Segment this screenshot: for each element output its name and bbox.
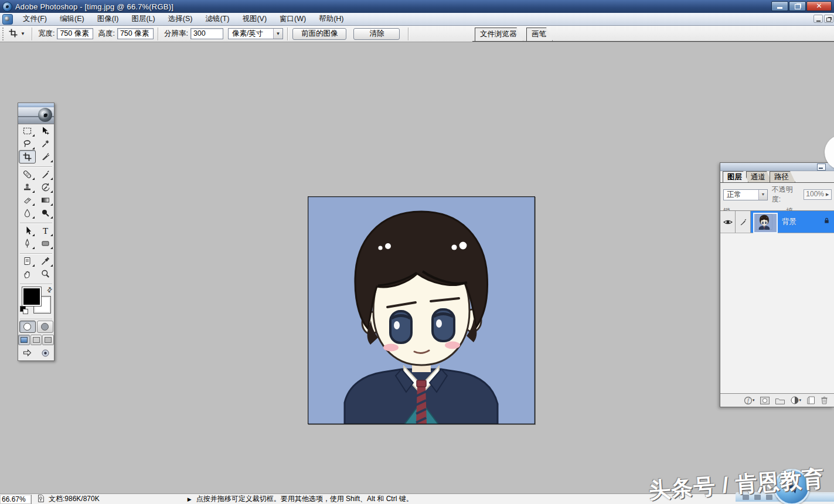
dodge-tool[interactable] <box>37 206 54 220</box>
standard-screen-mode-button[interactable] <box>18 335 30 345</box>
standard-mode-button[interactable] <box>19 321 36 333</box>
type-tool[interactable]: T <box>37 224 54 237</box>
zoom-level-input[interactable]: 66.67% <box>0 495 32 504</box>
menu-file[interactable]: 文件(F) <box>16 12 53 26</box>
notes-tool[interactable] <box>19 254 36 268</box>
combo-arrow-icon: ▼ <box>273 29 282 39</box>
tab-channels[interactable]: 通道 <box>746 171 772 182</box>
svg-text:T: T <box>42 226 47 235</box>
menu-image[interactable]: 图像(I) <box>91 12 125 26</box>
foreground-color-swatch[interactable] <box>22 287 41 306</box>
eraser-tool[interactable] <box>19 193 36 207</box>
restore-button[interactable] <box>789 1 806 11</box>
path-selection-tool[interactable] <box>19 224 36 237</box>
blend-mode-select[interactable]: 正常 ▼ <box>723 189 768 200</box>
imageready-icon <box>37 346 54 360</box>
add-mask-button[interactable] <box>760 397 770 404</box>
swap-colors-icon[interactable]: ⇄ <box>45 285 55 295</box>
eyedropper-tool[interactable] <box>37 254 54 268</box>
new-group-button[interactable] <box>775 397 785 404</box>
default-colors-icon[interactable] <box>20 306 28 314</box>
move-tool[interactable] <box>37 124 54 138</box>
opacity-input[interactable]: 100% ▶ <box>804 189 832 200</box>
layer-lock-badge-icon <box>823 211 834 233</box>
crop-tool-icon[interactable] <box>8 28 18 40</box>
menu-view[interactable]: 视图(V) <box>236 12 273 26</box>
layer-row-background[interactable]: 背景 <box>720 211 834 233</box>
palette-well: 文件浏览器 画笔 <box>472 28 834 42</box>
shape-tool[interactable] <box>37 237 54 250</box>
toolbox: T <box>18 103 55 361</box>
history-brush-tool[interactable] <box>37 181 54 194</box>
menu-edit[interactable]: 编辑(E) <box>53 12 91 26</box>
pen-tool[interactable] <box>19 237 36 250</box>
rectangular-marquee-tool[interactable] <box>19 124 36 138</box>
resolution-unit-select[interactable]: 像素/英寸 ▼ <box>228 28 283 39</box>
hand-tool[interactable] <box>19 267 36 281</box>
healing-brush-tool[interactable] <box>19 168 36 181</box>
options-grip[interactable] <box>2 27 5 41</box>
menu-help[interactable]: 帮助(H) <box>312 12 350 26</box>
layers-panel-titlebar[interactable] <box>720 163 834 171</box>
tab-brushes[interactable]: 画笔 <box>526 28 553 41</box>
gradient-tool[interactable] <box>37 193 54 207</box>
combo-arrow-icon: ▼ <box>758 190 767 200</box>
front-image-button[interactable]: 前面的图像 <box>292 28 347 40</box>
status-arrow-icon[interactable]: ▶ <box>188 496 192 502</box>
zoom-tool[interactable] <box>37 267 54 281</box>
new-layer-button[interactable] <box>807 396 815 404</box>
tab-file-browser[interactable]: 文件浏览器 <box>475 28 523 41</box>
menu-select[interactable]: 选择(S) <box>162 12 199 26</box>
layer-thumbnail[interactable] <box>753 213 778 233</box>
magic-wand-tool[interactable] <box>37 137 54 151</box>
color-swatches: ⇄ <box>18 285 54 315</box>
clone-stamp-tool[interactable] <box>19 181 36 194</box>
resolution-label: 分辨率: <box>164 29 188 39</box>
close-button[interactable]: ✕ <box>806 1 832 11</box>
menu-filter[interactable]: 滤镜(T) <box>199 12 236 26</box>
resolution-input[interactable]: 300 <box>190 28 223 39</box>
lasso-tool[interactable] <box>19 137 36 151</box>
layers-panel: 图层 通道 路径 正常 ▼ 不透明度: 100% ▶ 锁定: <box>720 162 834 407</box>
layer-list: 背景 <box>720 210 834 394</box>
layers-panel-bottombar: f ▾ ▾ <box>720 394 834 406</box>
document-profile-icon[interactable] <box>38 495 44 504</box>
slice-tool[interactable] <box>37 150 54 164</box>
brush-tool[interactable] <box>37 168 54 181</box>
window-title: Adobe Photoshop - [timg.jpg @ 66.7%(RGB)… <box>15 2 173 11</box>
document-size-info[interactable]: 文档:986K/870K <box>49 494 100 504</box>
svg-text:f: f <box>747 397 750 404</box>
blur-tool[interactable] <box>19 206 36 220</box>
minimize-button[interactable] <box>771 1 788 11</box>
crop-tool[interactable] <box>19 150 36 164</box>
panel-minimize-icon[interactable] <box>817 164 826 171</box>
jump-to-imageready-button[interactable] <box>19 346 36 360</box>
opacity-slider-arrow-icon[interactable]: ▶ <box>826 190 831 199</box>
layer-style-button[interactable]: f ▾ <box>744 396 755 405</box>
status-bar: 66.67% 文档:986K/870K ▶ 点按并拖移可定义裁切框。要用其他选项… <box>0 493 834 504</box>
layer-paint-indicator[interactable] <box>736 211 751 233</box>
toolbox-titlebar[interactable] <box>18 103 54 107</box>
layer-name[interactable]: 背景 <box>778 211 823 233</box>
doc-restore-button[interactable] <box>824 15 833 23</box>
fullscreen-mode-button[interactable] <box>42 335 54 345</box>
tool-preset-arrow-icon[interactable]: ▼ <box>21 31 25 36</box>
tool-hint-text: 点按并拖移可定义裁切框。要用其他选项，使用 Shift、Alt 和 Ctrl 键… <box>196 494 413 504</box>
delete-layer-button[interactable] <box>821 396 828 404</box>
adjustment-layer-button[interactable]: ▾ <box>791 396 801 404</box>
menu-layer[interactable]: 图层(L) <box>125 12 161 26</box>
tab-layers[interactable]: 图层 <box>723 171 748 182</box>
layer-visibility-toggle[interactable] <box>720 211 736 233</box>
quick-mask-mode-button[interactable] <box>37 321 53 333</box>
height-input[interactable]: 750 像素 <box>117 28 154 39</box>
clear-button[interactable]: 清除 <box>353 28 400 40</box>
doc-minimize-button[interactable] <box>813 15 823 23</box>
title-bar: Adobe Photoshop - [timg.jpg @ 66.7%(RGB)… <box>0 0 834 13</box>
menu-bar: 文件(F) 编辑(E) 图像(I) 图层(L) 选择(S) 滤镜(T) 视图(V… <box>0 13 834 26</box>
document-canvas[interactable] <box>308 196 535 424</box>
tab-paths[interactable]: 路径 <box>770 171 795 182</box>
photoshop-banner[interactable] <box>18 107 54 124</box>
fullscreen-menubar-mode-button[interactable] <box>30 335 42 345</box>
menu-window[interactable]: 窗口(W) <box>273 12 312 26</box>
width-input[interactable]: 750 像素 <box>57 28 93 39</box>
